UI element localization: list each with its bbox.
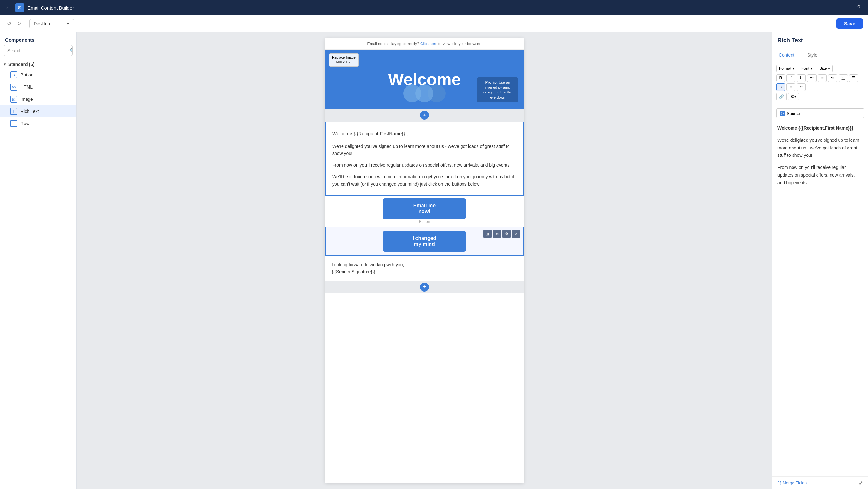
underline-button[interactable]: U [797,74,806,82]
sidebar-item-rich-text[interactable]: T Rich Text [0,105,76,117]
canvas-area[interactable]: Email not displaying correctly? Click he… [77,32,772,489]
format-select[interactable]: Format ▾ [776,65,797,72]
button2-block: I changed my mind ⊞ ⧉ ✥ ✕ [325,227,524,256]
align-center-button[interactable]: ☰ [849,74,859,82]
button1-block: Email me now! Button [325,196,524,227]
panel-tabs: Content Style [772,49,868,61]
sidebar-item-button[interactable]: B Button [0,69,76,81]
search-icon[interactable]: 🔍 [66,46,72,56]
help-button[interactable]: ? [855,3,863,12]
signature-line2: {{{Sender.Signature}}} [332,268,517,275]
welcome-banner: Replace Image 600 x 150 Welcome Pro tip:… [325,50,524,109]
editor-toolbar: Format ▾ Font ▾ Size ▾ B I U A ▾ [772,61,868,106]
merge-fields-expand-button[interactable]: ⤢ [859,480,863,486]
content-para2: From now on you'll receive regular updat… [332,162,517,169]
content-greeting: Welcome {{{Recipient.FirstName}}}, [332,130,517,138]
device-select[interactable]: Desktop ▼ [29,19,74,28]
device-label: Desktop [34,21,50,26]
tab-content[interactable]: Content [772,49,801,61]
search-input[interactable] [4,46,66,56]
row-move-button[interactable]: ✥ [502,230,511,238]
tab-style[interactable]: Style [801,49,824,61]
align-right-button[interactable]: ⇥ [776,83,785,91]
main-layout: Components 🔍 ▾ Standard (5) B Button </>… [0,32,868,489]
italic-button[interactable]: I [786,74,796,82]
rich-text-preview[interactable]: Welcome {{{Recipient.First Name}}}, We'r… [772,121,868,476]
line-height-button[interactable]: ↕▾ [797,83,806,91]
editor-toolbar-row3: 🔗 🖼▾ [776,93,864,100]
sidebar-item-image[interactable]: 🖼 Image [0,93,76,105]
merge-fields-footer: { } Merge Fields ⤢ [772,476,868,489]
section-label: Standard (5) [8,62,35,67]
save-button[interactable]: Save [836,18,863,29]
undo-button[interactable]: ↺ [5,19,13,28]
source-icon: { } [780,111,785,116]
replace-image-button[interactable]: Replace Image 600 x 150 [329,53,359,66]
app-icon: ✉ [16,3,24,12]
bottom-add-row: + [325,281,524,293]
image-insert-button[interactable]: 🖼▾ [788,93,799,100]
html-component-icon: </> [10,84,17,91]
editor-toolbar-row1: Format ▾ Font ▾ Size ▾ [776,65,864,72]
source-button[interactable]: { } Source [776,109,864,118]
size-select[interactable]: Size ▾ [816,65,833,72]
format-chevron-icon: ▾ [793,66,795,71]
email-me-now-button[interactable]: Email me now! [383,198,466,219]
email-top-bar-suffix: to view it in your browser. [438,41,482,46]
font-chevron-icon: ▾ [810,66,812,71]
line-height-chevron: ▾ [802,86,803,89]
button-component-label: Button [21,72,33,78]
size-label: Size [819,66,827,71]
rich-text-para1: We're delighted you've signed up to lear… [777,137,863,160]
pro-tip-box: Pro tip: Use an inverted pyramid design … [477,78,519,103]
click-here-link[interactable]: Click here [420,41,437,46]
button1-sublabel: Button [383,220,466,224]
source-label: Source [787,111,800,116]
image-component-icon: 🖼 [10,96,17,103]
redo-button[interactable]: ↻ [15,19,23,28]
sidebar-item-html[interactable]: </> HTML [0,81,76,93]
image-component-label: Image [21,97,33,102]
font-color-button[interactable]: A ▾ [807,74,816,82]
align-justify-button[interactable]: ≡ [786,83,796,91]
top-nav: ← ✉ Email Content Builder ? [0,0,868,16]
list-ordered-button[interactable]: ≡ [818,74,827,82]
pro-tip-label: Pro tip: [486,80,498,84]
merge-fields-button[interactable]: { } Merge Fields [777,480,807,485]
row-component-label: Row [21,121,29,126]
bold-button[interactable]: B [776,74,785,82]
email-canvas: Email not displaying correctly? Click he… [325,38,524,483]
font-color-label: A [810,76,812,80]
content-para3: We'll be in touch soon with more informa… [332,173,517,188]
font-select[interactable]: Font ▾ [799,65,815,72]
row-component-icon: ≡ [10,120,17,127]
sidebar-title: Components [0,32,76,45]
rich-text-greeting: Welcome {{{Recipient.First Name}}}, [777,125,855,131]
rich-text-component-icon: T [10,108,17,115]
right-panel-title: Rich Text [772,32,868,49]
sidebar: Components 🔍 ▾ Standard (5) B Button </>… [0,32,77,489]
list-unordered-button[interactable]: •≡ [828,74,837,82]
add-row-circle-1[interactable]: + [420,111,429,120]
link-button[interactable]: 🔗 [776,93,787,100]
html-component-label: HTML [21,85,33,90]
rich-text-component-label: Rich Text [21,109,39,114]
row-delete-button[interactable]: ✕ [512,230,520,238]
app-title: Email Content Builder [28,5,74,10]
email-top-bar-text: Email not displaying correctly? [368,41,419,46]
row-settings-button[interactable]: ⊞ [483,230,492,238]
toolbar: ↺ ↻ Desktop ▼ Save [0,16,868,32]
align-left-button[interactable]: ⬱ [839,74,848,82]
signature-line1: Looking forward to working with you, [332,261,517,268]
row-controls: ⊞ ⧉ ✥ ✕ [483,230,520,238]
row-duplicate-button[interactable]: ⧉ [493,230,501,238]
font-label: Font [802,66,809,71]
standard-section-header[interactable]: ▾ Standard (5) [0,60,76,69]
undo-redo-group: ↺ ↻ [5,19,23,28]
add-row-circle-bottom[interactable]: + [420,283,429,291]
changed-mind-button[interactable]: I changed my mind [383,231,466,252]
sidebar-item-row[interactable]: ≡ Row [0,117,76,130]
rich-text-para2: From now on you'll receive regular updat… [777,164,863,186]
content-block[interactable]: Welcome {{{Recipient.FirstName}}}, We're… [325,122,524,196]
back-button[interactable]: ← [5,4,11,11]
